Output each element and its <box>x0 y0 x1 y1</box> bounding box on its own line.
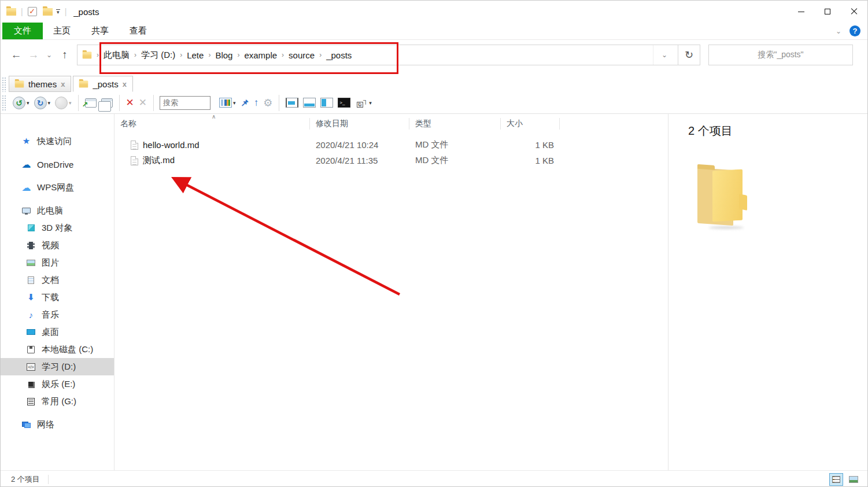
quick-access-apply-icon[interactable]: ✓ <box>28 7 37 16</box>
md-file-icon <box>131 156 138 165</box>
sidebar-item-drive-c[interactable]: 本地磁盘 (C:) <box>1 341 114 358</box>
forward-icon: → <box>25 49 42 61</box>
quick-access-toolbar-caret-icon[interactable]: ▾ <box>56 9 60 14</box>
help-button[interactable]: ? <box>849 25 860 36</box>
tab-posts-close-icon[interactable]: x <box>123 80 127 88</box>
gear-icon: ⚙ <box>263 97 272 109</box>
refresh-icon[interactable]: ↻ <box>678 45 700 65</box>
sidebar-item-quick-access[interactable]: ★快速访问 <box>1 132 114 150</box>
thumbnail-view-button[interactable] <box>847 473 860 486</box>
folder-icon <box>79 80 88 87</box>
breadcrumb-example[interactable]: example <box>244 50 277 60</box>
column-header-size[interactable]: 大小 <box>501 118 560 130</box>
md-file-icon <box>131 141 138 150</box>
sidebar-item-drive-g[interactable]: 常用 (G:) <box>1 393 114 410</box>
main-area: ★快速访问 ☁OneDrive ☁WPS网盘 此电脑 3D 对象 视频 图片 文… <box>1 114 867 470</box>
tab-file[interactable]: 文件 <box>2 23 43 39</box>
search-placeholder: 搜索"_posts" <box>758 50 803 60</box>
cube-icon <box>26 224 36 231</box>
sidebar-item-pictures[interactable]: 图片 <box>1 254 114 271</box>
window-title: _posts <box>73 7 99 17</box>
column-header-date[interactable]: 修改日期 <box>310 118 409 130</box>
view-mode-icon <box>219 98 232 108</box>
sidebar-item-videos[interactable]: 视频 <box>1 237 114 254</box>
pin-button[interactable]: 📌︎ <box>240 95 250 110</box>
sidebar-item-desktop[interactable]: 桌面 <box>1 323 114 341</box>
sidebar-item-onedrive[interactable]: ☁OneDrive <box>1 156 114 173</box>
toolbar-layout-button[interactable] <box>285 95 299 110</box>
clone-tab-button[interactable] <box>101 95 113 110</box>
tab-themes[interactable]: themes x <box>9 76 71 92</box>
details-view-button[interactable] <box>829 473 843 486</box>
ribbon-tab-bar: 文件 主页 共享 查看 ⌄ ? <box>1 23 867 40</box>
sidebar-item-drive-e[interactable]: 娱乐 (E:) <box>1 375 114 393</box>
toolbar-drag-handle[interactable] <box>2 95 6 111</box>
sidebar-item-3d-objects[interactable]: 3D 对象 <box>1 219 114 237</box>
close-other-tabs-button[interactable]: ✕ <box>125 95 135 110</box>
breadcrumb-this-pc[interactable]: 此电脑 <box>104 50 130 61</box>
sidebar-item-documents[interactable]: 文档 <box>1 271 114 289</box>
left-pane-icon <box>320 98 333 108</box>
left-pane-button[interactable] <box>320 95 334 110</box>
address-dropdown-icon[interactable]: ⌄ <box>653 45 675 65</box>
drive-g-icon <box>26 398 36 405</box>
close-button[interactable] <box>841 1 867 23</box>
sidebar-item-downloads[interactable]: ⬇下载 <box>1 289 114 306</box>
address-bar[interactable]: › 此电脑 › 学习 (D:) › Lete › Blog › example … <box>77 45 678 65</box>
tab-posts[interactable]: _posts x <box>73 76 132 92</box>
tab-posts-label: _posts <box>93 79 118 89</box>
file-row-hello-world[interactable]: hello-world.md 2020/4/21 10:24 MD 文件 1 K… <box>114 137 668 153</box>
tab-view[interactable]: 查看 <box>119 23 157 39</box>
bottom-pane-button[interactable] <box>302 95 316 110</box>
tab-share[interactable]: 共享 <box>81 23 119 39</box>
new-window-button[interactable]: ↗ <box>84 95 97 110</box>
breadcrumb-blog[interactable]: Blog <box>215 50 232 60</box>
music-note-icon: ♪ <box>26 310 36 320</box>
ribbon-collapse-icon[interactable]: ⌄ <box>836 27 841 35</box>
breadcrumb-drive-d[interactable]: 学习 (D:) <box>141 50 175 61</box>
history-caret-icon[interactable]: ⌄ <box>42 51 56 59</box>
go-up-button[interactable]: ↑ <box>253 95 260 110</box>
network-icon <box>21 422 31 428</box>
recently-closed-button[interactable]: ▾ <box>54 95 72 110</box>
onedrive-cloud-icon: ☁ <box>21 159 31 170</box>
history-forward-button[interactable]: ↻▾ <box>34 95 51 110</box>
tabbar-drag-handle[interactable] <box>2 77 6 92</box>
search-box[interactable]: 搜索"_posts" <box>708 45 853 65</box>
sidebar-item-wps[interactable]: ☁WPS网盘 <box>1 179 114 196</box>
tab-home[interactable]: 主页 <box>43 23 81 39</box>
back-icon[interactable]: ← <box>8 49 25 61</box>
this-pc-monitor-icon <box>21 208 31 213</box>
column-header-type[interactable]: 类型 <box>409 118 501 130</box>
details-pane: 2 个项目 <box>668 114 867 470</box>
breadcrumb-posts[interactable]: _posts <box>326 50 352 60</box>
sidebar-item-music[interactable]: ♪音乐 <box>1 306 114 323</box>
file-row-ceshi[interactable]: 测试.md 2020/4/21 11:35 MD 文件 1 KB <box>114 153 668 168</box>
group-icon: G <box>355 97 368 109</box>
minimize-button[interactable] <box>788 1 814 23</box>
sidebar-item-drive-d[interactable]: </>学习 (D:) <box>1 358 114 375</box>
up-icon[interactable]: ↑ <box>56 49 73 61</box>
thumbnail-view-icon <box>849 476 858 483</box>
desktop-icon <box>26 329 36 335</box>
sidebar-item-this-pc[interactable]: 此电脑 <box>1 202 114 219</box>
pushpin-icon: 📌︎ <box>241 98 249 108</box>
quick-access-folder-icon[interactable] <box>43 8 53 16</box>
breadcrumb-lete[interactable]: Lete <box>187 50 204 60</box>
tab-themes-close-icon[interactable]: x <box>61 80 65 88</box>
breadcrumb-source[interactable]: source <box>289 50 315 60</box>
command-prompt-button[interactable]: >_ <box>337 95 351 110</box>
column-header-name[interactable]: 名称 <box>114 118 310 130</box>
sidebar-item-network[interactable]: 网络 <box>1 416 114 433</box>
history-back-button[interactable]: ↺▾ <box>12 95 30 110</box>
maximize-button[interactable] <box>814 1 841 23</box>
close-right-tabs-button: ✕ <box>138 95 147 110</box>
toolbar-search-input[interactable] <box>160 96 210 110</box>
toolbar-layout-icon <box>286 98 298 108</box>
bottom-pane-icon <box>303 98 316 108</box>
options-button[interactable]: ⚙ <box>263 95 273 110</box>
view-mode-button[interactable]: ▾ <box>219 95 237 110</box>
file-list-pane: ∧ 名称 修改日期 类型 大小 hello-world.md 2020/4/21… <box>114 114 668 470</box>
group-button[interactable]: G▾ <box>354 95 372 110</box>
status-bar: 2 个项目 <box>1 470 867 487</box>
